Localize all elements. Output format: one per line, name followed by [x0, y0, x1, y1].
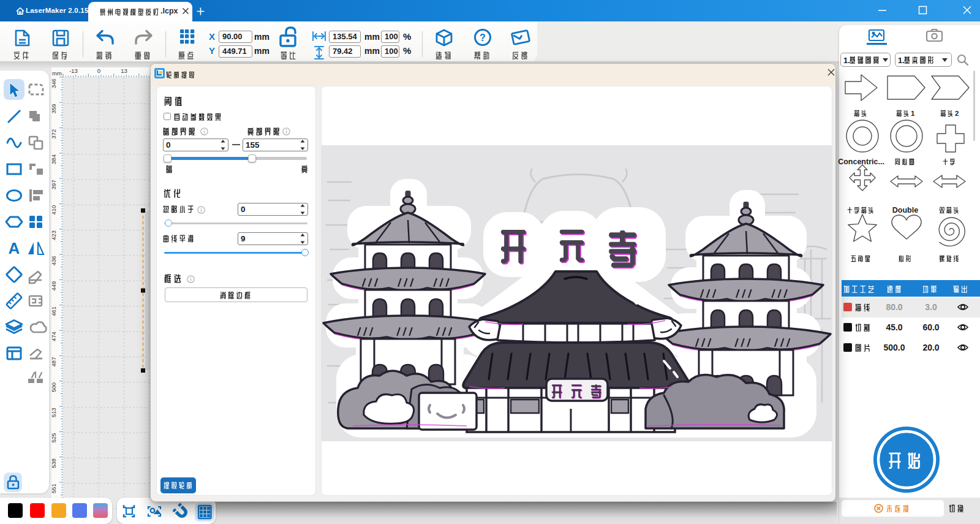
svg-text:500: 500	[50, 382, 57, 392]
svg-text:474: 474	[50, 332, 57, 341]
svg-text:?: ?	[480, 32, 486, 43]
svg-text:461: 461	[50, 306, 57, 316]
svg-text:-13: -13	[69, 67, 78, 74]
svg-text:449: 449	[50, 281, 57, 291]
svg-text:487: 487	[50, 357, 57, 367]
svg-text:423: 423	[50, 230, 57, 240]
svg-text:538: 538	[50, 458, 57, 468]
svg-text:13: 13	[121, 67, 127, 74]
svg-text:551: 551	[50, 484, 57, 493]
svg-text:346: 346	[50, 78, 57, 88]
svg-text:397: 397	[50, 180, 57, 189]
svg-text:mm: mm	[52, 70, 62, 77]
svg-text:410: 410	[50, 205, 57, 215]
svg-text:513: 513	[50, 408, 57, 417]
svg-text:384: 384	[50, 154, 57, 164]
svg-text:359: 359	[50, 104, 57, 113]
svg-text:436: 436	[50, 256, 57, 265]
svg-text:525: 525	[50, 433, 57, 442]
svg-text:372: 372	[50, 129, 57, 139]
svg-text:0: 0	[97, 67, 100, 74]
